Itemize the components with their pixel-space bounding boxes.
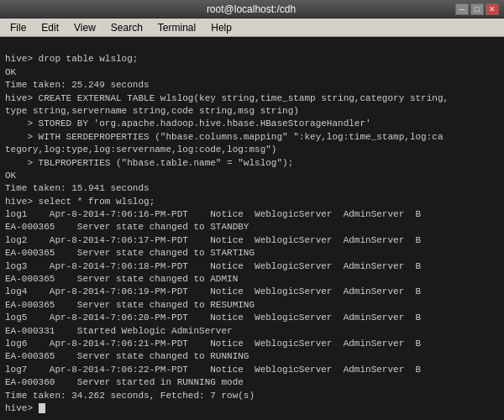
terminal-line: OK — [5, 170, 499, 182]
terminal-line: > WITH SERDEPROPERTIES ("hbase.columns.m… — [5, 131, 499, 144]
maximize-button[interactable]: □ — [470, 3, 484, 15]
minimize-button[interactable]: ─ — [455, 3, 469, 15]
terminal-line: hive> select * from wlslog; — [5, 196, 499, 208]
terminal-line: log5 Apr-8-2014-7:06:20-PM-PDT Notice We… — [5, 312, 499, 324]
terminal-line: EA-000365 Server state changed to RESUMI… — [5, 299, 499, 312]
terminal-line: log6 Apr-8-2014-7:06:21-PM-PDT Notice We… — [5, 338, 499, 350]
window-title: root@localhost:/cdh — [47, 3, 455, 15]
terminal-line: OK — [5, 66, 499, 79]
terminal-line: EA-000365 Server state changed to RUNNIN… — [5, 350, 499, 363]
menu-bar: FileEditViewSearchTerminalHelp — [0, 18, 504, 37]
menu-item-help[interactable]: Help — [204, 20, 239, 35]
terminal-line: > STORED BY 'org.apache.hadoop.hive.hbas… — [5, 118, 499, 130]
menu-item-view[interactable]: View — [67, 20, 102, 35]
terminal-line: > TBLPROPERTIES ("hbase.table.name" = "w… — [5, 157, 499, 170]
terminal-line: tegory,log:type,log:servername,log:code,… — [5, 144, 499, 156]
cursor — [39, 403, 45, 413]
window-controls: ─ □ ✕ — [455, 3, 499, 15]
terminal-line: log3 Apr-8-2014-7:06:18-PM-PDT Notice We… — [5, 260, 499, 273]
terminal-line: Time taken: 34.262 seconds, Fetched: 7 r… — [5, 390, 499, 402]
menu-item-search[interactable]: Search — [104, 20, 150, 35]
terminal-line: Time taken: 25.249 seconds — [5, 79, 499, 92]
terminal-output[interactable]: hive> drop table wlslog;OKTime taken: 25… — [0, 37, 504, 420]
terminal-line: EA-000360 Server started in RUNNING mode — [5, 376, 499, 389]
terminal-line: Time taken: 15.941 seconds — [5, 182, 499, 195]
terminal-line: hive> drop table wlslog; — [5, 53, 499, 66]
menu-item-terminal[interactable]: Terminal — [151, 20, 202, 35]
menu-item-edit[interactable]: Edit — [34, 20, 66, 35]
terminal-line: log1 Apr-8-2014-7:06:16-PM-PDT Notice We… — [5, 208, 499, 221]
terminal-line: hive> CREATE EXTERNAL TABLE wlslog(key s… — [5, 92, 499, 105]
terminal-line: hive> — [5, 402, 499, 415]
terminal-line: type string,servername string,code strin… — [5, 105, 499, 118]
terminal-line: log7 Apr-8-2014-7:06:22-PM-PDT Notice We… — [5, 364, 499, 376]
terminal-line: EA-000365 Server state changed to STANDB… — [5, 221, 499, 234]
close-button[interactable]: ✕ — [486, 3, 499, 15]
terminal-line: log4 Apr-8-2014-7:06:19-PM-PDT Notice We… — [5, 286, 499, 298]
terminal-line: EA-000365 Server state changed to STARTI… — [5, 247, 499, 260]
terminal-line: EA-000365 Server state changed to ADMIN — [5, 273, 499, 286]
terminal-line: log2 Apr-8-2014-7:06:17-PM-PDT Notice We… — [5, 234, 499, 247]
menu-item-file[interactable]: File — [3, 20, 33, 35]
title-bar: root@localhost:/cdh ─ □ ✕ — [0, 0, 504, 18]
terminal-line: EA-000331 Started Weblogic AdminServer — [5, 325, 499, 338]
